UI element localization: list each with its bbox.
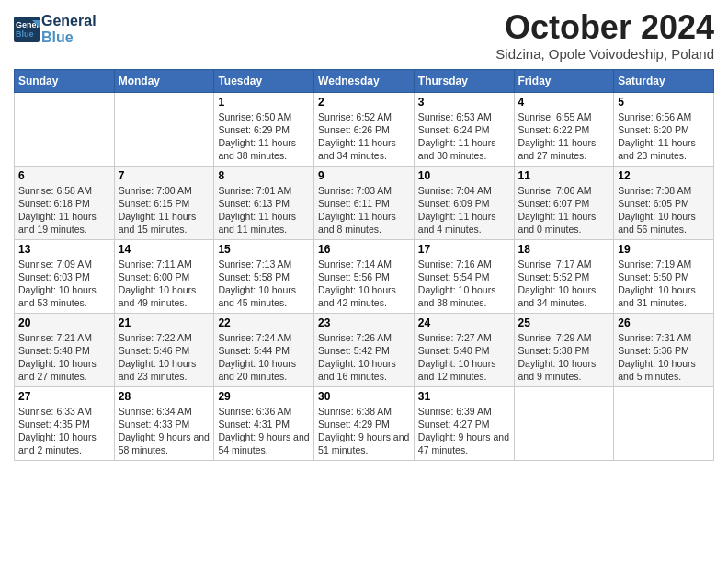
logo: General Blue GeneralBlue <box>14 13 97 45</box>
calendar-cell: 8Sunrise: 7:01 AM Sunset: 6:13 PM Daylig… <box>214 166 314 239</box>
day-info: Sunrise: 7:06 AM Sunset: 6:07 PM Dayligh… <box>518 184 610 236</box>
day-info: Sunrise: 7:27 AM Sunset: 5:40 PM Dayligh… <box>418 331 510 384</box>
calendar-day-header: Friday <box>514 69 614 92</box>
day-number: 30 <box>318 390 410 403</box>
calendar-cell: 29Sunrise: 6:36 AM Sunset: 4:31 PM Dayli… <box>214 386 314 460</box>
calendar-cell: 14Sunrise: 7:11 AM Sunset: 6:00 PM Dayli… <box>114 239 214 313</box>
calendar-day-header: Wednesday <box>314 69 415 92</box>
day-number: 8 <box>218 169 310 182</box>
location: Sidzina, Opole Voivodeship, Poland <box>495 46 714 62</box>
day-info: Sunrise: 6:39 AM Sunset: 4:27 PM Dayligh… <box>418 405 510 457</box>
day-info: Sunrise: 6:52 AM Sunset: 6:26 PM Dayligh… <box>318 110 410 163</box>
calendar-cell: 30Sunrise: 6:38 AM Sunset: 4:29 PM Dayli… <box>314 386 415 460</box>
day-number: 20 <box>18 316 110 329</box>
calendar-cell: 28Sunrise: 6:34 AM Sunset: 4:33 PM Dayli… <box>114 386 214 460</box>
day-info: Sunrise: 6:55 AM Sunset: 6:22 PM Dayligh… <box>518 110 610 163</box>
calendar-cell: 2Sunrise: 6:52 AM Sunset: 6:26 PM Daylig… <box>314 92 415 166</box>
calendar-cell: 10Sunrise: 7:04 AM Sunset: 6:09 PM Dayli… <box>414 166 514 239</box>
day-info: Sunrise: 6:56 AM Sunset: 6:20 PM Dayligh… <box>618 110 710 163</box>
day-number: 16 <box>318 243 410 256</box>
calendar-cell <box>514 386 614 460</box>
calendar-cell: 23Sunrise: 7:26 AM Sunset: 5:42 PM Dayli… <box>314 313 415 386</box>
day-info: Sunrise: 7:11 AM Sunset: 6:00 PM Dayligh… <box>119 258 210 310</box>
calendar-cell: 22Sunrise: 7:24 AM Sunset: 5:44 PM Dayli… <box>214 313 314 386</box>
day-number: 26 <box>618 316 710 329</box>
calendar-week-row: 13Sunrise: 7:09 AM Sunset: 6:03 PM Dayli… <box>15 239 714 313</box>
calendar-cell: 18Sunrise: 7:17 AM Sunset: 5:52 PM Dayli… <box>514 239 614 313</box>
calendar-cell: 21Sunrise: 7:22 AM Sunset: 5:46 PM Dayli… <box>114 313 214 386</box>
day-number: 28 <box>119 390 210 403</box>
day-number: 19 <box>618 243 710 256</box>
day-number: 27 <box>18 390 110 403</box>
day-number: 10 <box>418 169 510 182</box>
day-number: 25 <box>518 316 610 329</box>
calendar-week-row: 1Sunrise: 6:50 AM Sunset: 6:29 PM Daylig… <box>15 92 714 166</box>
day-number: 5 <box>618 96 710 109</box>
calendar-cell: 7Sunrise: 7:00 AM Sunset: 6:15 PM Daylig… <box>114 166 214 239</box>
day-info: Sunrise: 7:13 AM Sunset: 5:58 PM Dayligh… <box>218 258 310 310</box>
day-info: Sunrise: 6:34 AM Sunset: 4:33 PM Dayligh… <box>119 405 210 457</box>
calendar-cell: 12Sunrise: 7:08 AM Sunset: 6:05 PM Dayli… <box>614 166 714 239</box>
day-info: Sunrise: 7:31 AM Sunset: 5:36 PM Dayligh… <box>618 331 710 384</box>
calendar-cell: 5Sunrise: 6:56 AM Sunset: 6:20 PM Daylig… <box>614 92 714 166</box>
day-info: Sunrise: 7:17 AM Sunset: 5:52 PM Dayligh… <box>518 258 610 310</box>
day-info: Sunrise: 7:19 AM Sunset: 5:50 PM Dayligh… <box>618 258 710 310</box>
day-info: Sunrise: 7:04 AM Sunset: 6:09 PM Dayligh… <box>418 184 510 236</box>
calendar-cell <box>15 92 115 166</box>
day-info: Sunrise: 7:00 AM Sunset: 6:15 PM Dayligh… <box>119 184 210 236</box>
day-number: 18 <box>518 243 610 256</box>
calendar-week-row: 6Sunrise: 6:58 AM Sunset: 6:18 PM Daylig… <box>15 166 714 239</box>
day-number: 7 <box>119 169 210 182</box>
day-number: 17 <box>418 243 510 256</box>
page-header: General Blue GeneralBlue October 2024 Si… <box>14 9 714 62</box>
title-block: October 2024 Sidzina, Opole Voivodeship,… <box>495 9 714 62</box>
calendar-week-row: 27Sunrise: 6:33 AM Sunset: 4:35 PM Dayli… <box>15 386 714 460</box>
calendar-cell: 17Sunrise: 7:16 AM Sunset: 5:54 PM Dayli… <box>414 239 514 313</box>
day-info: Sunrise: 7:26 AM Sunset: 5:42 PM Dayligh… <box>318 331 410 384</box>
calendar-cell: 31Sunrise: 6:39 AM Sunset: 4:27 PM Dayli… <box>414 386 514 460</box>
calendar-cell: 15Sunrise: 7:13 AM Sunset: 5:58 PM Dayli… <box>214 239 314 313</box>
calendar-cell: 1Sunrise: 6:50 AM Sunset: 6:29 PM Daylig… <box>214 92 314 166</box>
day-info: Sunrise: 6:53 AM Sunset: 6:24 PM Dayligh… <box>418 110 510 163</box>
day-info: Sunrise: 7:01 AM Sunset: 6:13 PM Dayligh… <box>218 184 310 236</box>
day-info: Sunrise: 7:29 AM Sunset: 5:38 PM Dayligh… <box>518 331 610 384</box>
day-info: Sunrise: 7:08 AM Sunset: 6:05 PM Dayligh… <box>618 184 710 236</box>
day-number: 22 <box>218 316 310 329</box>
day-info: Sunrise: 7:24 AM Sunset: 5:44 PM Dayligh… <box>218 331 310 384</box>
month-title: October 2024 <box>495 9 714 46</box>
day-number: 9 <box>318 169 410 182</box>
day-info: Sunrise: 7:14 AM Sunset: 5:56 PM Dayligh… <box>318 258 410 310</box>
day-number: 3 <box>418 96 510 109</box>
calendar-cell <box>114 92 214 166</box>
logo-icon: General Blue <box>14 17 40 42</box>
calendar-cell: 20Sunrise: 7:21 AM Sunset: 5:48 PM Dayli… <box>15 313 115 386</box>
day-number: 24 <box>418 316 510 329</box>
day-info: Sunrise: 6:58 AM Sunset: 6:18 PM Dayligh… <box>18 184 110 236</box>
day-number: 1 <box>218 96 310 109</box>
day-info: Sunrise: 7:03 AM Sunset: 6:11 PM Dayligh… <box>318 184 410 236</box>
logo-text: GeneralBlue <box>41 13 97 45</box>
calendar-cell: 3Sunrise: 6:53 AM Sunset: 6:24 PM Daylig… <box>414 92 514 166</box>
day-info: Sunrise: 6:38 AM Sunset: 4:29 PM Dayligh… <box>318 405 410 457</box>
calendar-cell: 13Sunrise: 7:09 AM Sunset: 6:03 PM Dayli… <box>15 239 115 313</box>
day-number: 13 <box>18 243 110 256</box>
day-number: 31 <box>418 390 510 403</box>
day-number: 12 <box>618 169 710 182</box>
calendar-header-row: SundayMondayTuesdayWednesdayThursdayFrid… <box>15 69 714 92</box>
calendar-table: SundayMondayTuesdayWednesdayThursdayFrid… <box>14 69 714 461</box>
day-number: 11 <box>518 169 610 182</box>
calendar-day-header: Monday <box>114 69 214 92</box>
day-info: Sunrise: 6:50 AM Sunset: 6:29 PM Dayligh… <box>218 110 310 163</box>
calendar-week-row: 20Sunrise: 7:21 AM Sunset: 5:48 PM Dayli… <box>15 313 714 386</box>
day-number: 2 <box>318 96 410 109</box>
day-info: Sunrise: 6:33 AM Sunset: 4:35 PM Dayligh… <box>18 405 110 457</box>
calendar-cell: 16Sunrise: 7:14 AM Sunset: 5:56 PM Dayli… <box>314 239 415 313</box>
calendar-cell: 25Sunrise: 7:29 AM Sunset: 5:38 PM Dayli… <box>514 313 614 386</box>
calendar-cell <box>614 386 714 460</box>
day-info: Sunrise: 6:36 AM Sunset: 4:31 PM Dayligh… <box>218 405 310 457</box>
day-info: Sunrise: 7:16 AM Sunset: 5:54 PM Dayligh… <box>418 258 510 310</box>
calendar-cell: 6Sunrise: 6:58 AM Sunset: 6:18 PM Daylig… <box>15 166 115 239</box>
day-info: Sunrise: 7:22 AM Sunset: 5:46 PM Dayligh… <box>119 331 210 384</box>
day-number: 4 <box>518 96 610 109</box>
day-number: 23 <box>318 316 410 329</box>
